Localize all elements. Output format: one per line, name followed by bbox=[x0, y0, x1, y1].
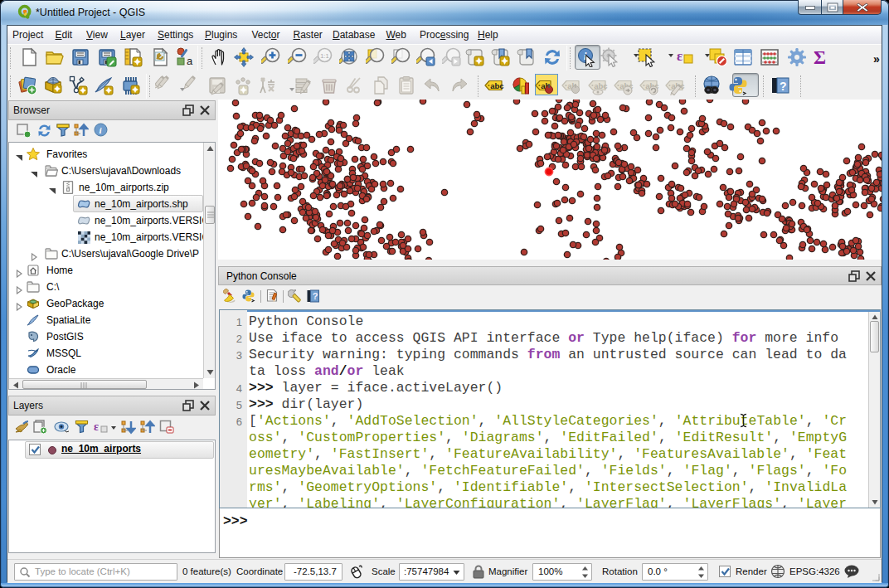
svg-text:Σ: Σ bbox=[814, 47, 826, 67]
svg-text:abc: abc bbox=[490, 81, 503, 90]
svg-text:a: a bbox=[187, 55, 193, 67]
svg-text:?: ? bbox=[313, 291, 318, 301]
svg-text:1:1: 1:1 bbox=[320, 52, 328, 60]
svg-text:abc: abc bbox=[594, 81, 607, 90]
svg-text:?: ? bbox=[780, 80, 787, 93]
svg-text:ε: ε bbox=[677, 48, 683, 64]
svg-text:ε: ε bbox=[94, 420, 99, 433]
